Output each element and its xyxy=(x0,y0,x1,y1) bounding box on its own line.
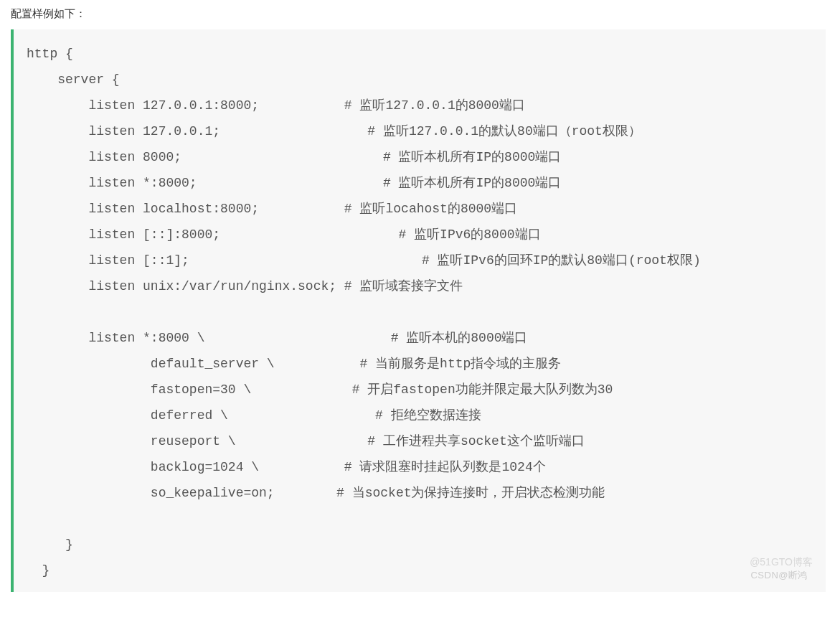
code-line: listen *:8000; # 监听本机所有IP的8000端口 xyxy=(27,176,561,190)
code-line: listen 127.0.0.1; # 监听127.0.0.1的默认80端口（r… xyxy=(27,124,641,138)
code-line: listen localhost:8000; # 监听locahost的8000… xyxy=(27,202,517,216)
code-line: listen [::1]; # 监听IPv6的回环IP的默认80端口(root权… xyxy=(27,253,701,268)
code-block: http { server { listen 127.0.0.1:8000; #… xyxy=(11,29,826,592)
code-line: listen [::]:8000; # 监听IPv6的8000端口 xyxy=(27,227,541,242)
intro-text: 配置样例如下： xyxy=(11,7,826,21)
code-line: listen unix:/var/run/nginx.sock; # 监听域套接… xyxy=(27,279,463,293)
code-line: fastopen=30 \ # 开启fastopen功能并限定最大队列数为30 xyxy=(27,382,613,397)
code-line: listen *:8000 \ # 监听本机的8000端口 xyxy=(27,331,528,345)
code-line: so_keepalive=on; # 当socket为保持连接时，开启状态检测功… xyxy=(27,486,605,500)
code-line: listen 8000; # 监听本机所有IP的8000端口 xyxy=(27,150,561,164)
code-line: http { xyxy=(27,47,73,61)
code-line: default_server \ # 当前服务是http指令域的主服务 xyxy=(27,357,561,371)
code-line: deferred \ # 拒绝空数据连接 xyxy=(27,408,481,423)
code-line: } xyxy=(27,537,73,552)
code-line: reuseport \ # 工作进程共享socket这个监听端口 xyxy=(27,434,585,448)
code-line: listen 127.0.0.1:8000; # 监听127.0.0.1的800… xyxy=(27,98,525,113)
code-line: backlog=1024 \ # 请求阻塞时挂起队列数是1024个 xyxy=(27,460,546,474)
code-line: } xyxy=(27,563,49,578)
code-line: server { xyxy=(27,72,120,87)
watermark-csdn: CSDN@断鸿 xyxy=(750,566,808,585)
